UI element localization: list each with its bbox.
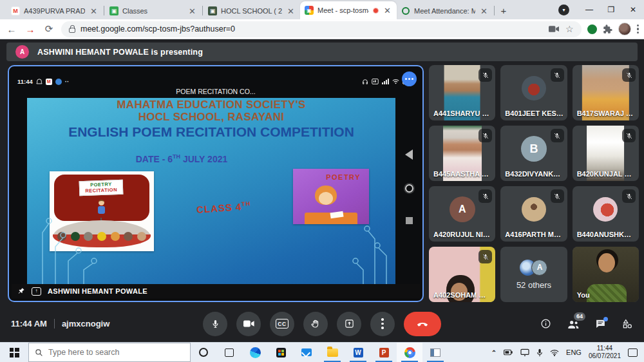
participant-tile[interactable]: B445AASTHA …	[429, 126, 495, 181]
extensions-puzzle-icon[interactable]	[603, 24, 612, 34]
task-view-button[interactable]	[216, 343, 242, 362]
edge-button[interactable]	[242, 343, 268, 362]
word-icon: W	[354, 348, 363, 357]
participant-tile[interactable]: B440ANUSHK…	[573, 186, 639, 242]
meet-icon: ▣	[305, 6, 314, 15]
tab-close-icon[interactable]: ✕	[89, 7, 99, 15]
tab-close-icon[interactable]: ✕	[187, 7, 197, 15]
camera-button[interactable]	[236, 312, 261, 336]
chrome-icon	[404, 347, 415, 358]
action-center-icon[interactable]	[628, 348, 638, 357]
android-back-icon[interactable]	[405, 149, 413, 160]
meet-app: A ASHWINI HEMANT POWALE is presenting 11…	[0, 39, 644, 342]
participant-tile[interactable]: A441SHARYU …	[429, 65, 495, 120]
lock-icon[interactable]	[69, 28, 75, 33]
start-button[interactable]	[0, 343, 28, 362]
participant-name: B420KUNJAL …	[577, 170, 632, 178]
tab-meet-active[interactable]: ▣ Meet - scp-tosm-jbs ✕	[300, 1, 397, 19]
presenter-name-bar: ↑ ASHWINI HEMANT POWALE	[12, 284, 420, 298]
participant-name: A402SOHAM …	[433, 291, 486, 299]
tray-expand-icon[interactable]: ⌃	[491, 349, 497, 356]
close-button[interactable]: ✕	[622, 1, 644, 19]
browser-menu-icon[interactable]	[637, 24, 639, 34]
participant-tile[interactable]: B B432DIVYANK…	[500, 126, 567, 181]
present-button[interactable]	[337, 312, 361, 336]
chrome-button[interactable]	[397, 343, 422, 362]
address-bar[interactable]: meet.google.com/scp-tosm-jbs?authuser=0 …	[61, 21, 582, 37]
participant-name: B440ANUSHK…	[577, 231, 631, 238]
participant-tile[interactable]: A A420RUJUL NI…	[429, 186, 495, 242]
powerpoint-button[interactable]: P	[371, 343, 397, 362]
tab-title: HOCL SCHOOL ( 2021-22) CL	[221, 7, 282, 15]
participant-tile[interactable]: A402SOHAM …	[429, 247, 495, 302]
back-icon[interactable]: ←	[5, 24, 18, 35]
tab-title: Meet - scp-tosm-jbs	[317, 6, 369, 14]
captions-button[interactable]: CC	[270, 312, 294, 336]
android-home-icon[interactable]	[405, 184, 413, 193]
activities-button[interactable]	[621, 318, 633, 330]
tab-hocl-school[interactable]: ▣ HOCL SCHOOL ( 2021-22) CL ✕	[204, 3, 300, 19]
raise-hand-button[interactable]	[303, 312, 328, 336]
mic-button[interactable]	[203, 312, 227, 336]
classroom-icon: ▣	[109, 6, 118, 15]
profile-avatar[interactable]	[618, 23, 631, 35]
tab-gmail[interactable]: M A439PURVA PRADIP KARCHE ✕	[6, 3, 103, 19]
word-button[interactable]: W	[345, 343, 371, 362]
participant-tile[interactable]: B417SWARAJ …	[573, 65, 639, 120]
mic-tray-icon[interactable]	[536, 348, 543, 357]
bookmark-star-icon[interactable]: ☆	[565, 24, 574, 34]
tab-close-icon[interactable]: ✕	[286, 7, 296, 15]
pin-icon[interactable]	[17, 287, 25, 296]
self-view-tile[interactable]: You	[573, 247, 639, 302]
participant-tile[interactable]: B420KUNJAL …	[573, 126, 639, 181]
cortana-button[interactable]	[191, 343, 216, 362]
taskbar-search[interactable]	[28, 343, 191, 362]
presentation-tile[interactable]: 11:44 M ·· 20 POEM RECITATION CO... MAHA…	[8, 65, 424, 302]
file-explorer-button[interactable]	[319, 343, 345, 362]
search-input[interactable]	[48, 348, 164, 357]
language-indicator[interactable]: ENG	[566, 348, 582, 356]
tab-close-icon[interactable]: ✕	[383, 6, 392, 15]
more-options-button[interactable]	[370, 312, 395, 336]
maximize-button[interactable]: ❐	[600, 1, 622, 19]
battery-tray-icon[interactable]	[504, 349, 513, 356]
participant-name: B401JEET KES…	[505, 110, 563, 117]
mail-button[interactable]	[294, 343, 319, 362]
attendance-extension-icon[interactable]	[587, 24, 597, 34]
chat-button[interactable]	[595, 318, 606, 329]
presentation-slide: MAHATMA EDUCATION SOCIETY'S HOCL SCHOOL,…	[27, 98, 395, 284]
tray-clock[interactable]: 11:44 06/07/2021	[589, 345, 621, 360]
more-notifications: ··	[65, 78, 69, 85]
photos-button[interactable]	[422, 343, 448, 362]
participant-name: A420RUJUL NI…	[433, 231, 490, 238]
network-tray-icon[interactable]	[550, 349, 559, 356]
end-call-button[interactable]	[404, 312, 441, 336]
participant-tile[interactable]: A416PARTH M…	[500, 186, 567, 242]
tab-meet-attendance[interactable]: Meet Attendance: Monitor ✕	[397, 3, 493, 19]
tab-search-icon[interactable]: ▾	[558, 5, 569, 15]
url-text: meet.google.com/scp-tosm-jbs?authuser=0	[80, 24, 235, 33]
cast-tray-icon[interactable]	[520, 348, 529, 356]
camera-in-use-icon[interactable]	[549, 25, 559, 33]
app-notification-icon	[55, 79, 62, 85]
forward-icon[interactable]: →	[24, 24, 37, 35]
new-tab-button[interactable]: +	[495, 2, 512, 19]
file-explorer-icon	[327, 348, 338, 357]
others-tile[interactable]: A 52 others	[500, 247, 567, 302]
participant-name: A441SHARYU …	[433, 110, 489, 117]
tile-options-button[interactable]	[402, 71, 417, 86]
self-face	[598, 253, 615, 272]
participant-tile[interactable]: B401JEET KES…	[500, 65, 567, 120]
android-recents-icon[interactable]	[406, 217, 413, 224]
tab-close-icon[interactable]: ✕	[479, 7, 489, 15]
wifi-icon	[392, 79, 399, 84]
participants-grid: A441SHARYU … B401JEET KES… B417SWARAJ … …	[429, 65, 639, 302]
store-button[interactable]	[268, 343, 294, 362]
tab-classes[interactable]: ▣ Classes ✕	[105, 3, 202, 19]
minimize-button[interactable]: —	[578, 1, 600, 19]
participant-avatar	[593, 197, 618, 222]
task-view-icon	[225, 348, 234, 357]
meeting-details-button[interactable]	[540, 318, 551, 329]
reload-icon[interactable]: ⟳	[43, 23, 55, 35]
participants-button[interactable]: 64	[567, 319, 580, 329]
